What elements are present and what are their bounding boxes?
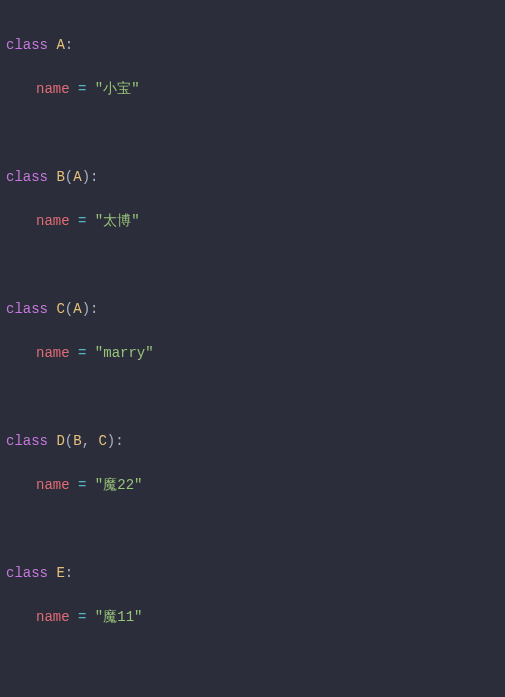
attribute-name: name [36,81,70,97]
paren-close: ) [107,433,115,449]
paren-open: ( [65,301,73,317]
assign-op: = [78,213,86,229]
paren-close: ) [82,301,90,317]
code-line: name = "魔11" [6,606,499,628]
blank-line [6,518,499,540]
paren-open: ( [65,169,73,185]
attribute-name: name [36,345,70,361]
code-line: class B(A): [6,166,499,188]
blank-line [6,650,499,672]
python-code-block: class A: name = "小宝" class B(A): name = … [6,12,499,697]
base-class: A [73,169,81,185]
code-line: class E: [6,562,499,584]
code-line: name = "太博" [6,210,499,232]
assign-op: = [78,609,86,625]
class-name: C [56,301,64,317]
colon: : [65,565,73,581]
blank-line [6,254,499,276]
code-line: class D(B, C): [6,430,499,452]
code-line: name = "小宝" [6,78,499,100]
code-line: name = "魔22" [6,474,499,496]
paren-open: ( [65,433,73,449]
attribute-name: name [36,477,70,493]
class-name: A [56,37,64,53]
colon: : [90,301,98,317]
class-name: D [56,433,64,449]
class-name: E [56,565,64,581]
paren-close: ) [82,169,90,185]
assign-op: = [78,81,86,97]
string-literal: "魔11" [95,609,143,625]
string-literal: "marry" [95,345,154,361]
colon: : [90,169,98,185]
base-class: B [73,433,81,449]
attribute-name: name [36,609,70,625]
class-name: B [56,169,64,185]
keyword-class: class [6,565,48,581]
colon: : [65,37,73,53]
keyword-class: class [6,301,48,317]
string-literal: "太博" [95,213,140,229]
blank-line [6,386,499,408]
comma: , [82,433,90,449]
colon: : [115,433,123,449]
assign-op: = [78,345,86,361]
code-line: class A: [6,34,499,56]
attribute-name: name [36,213,70,229]
assign-op: = [78,477,86,493]
code-line: name = "marry" [6,342,499,364]
keyword-class: class [6,433,48,449]
base-class: C [98,433,106,449]
blank-line [6,122,499,144]
keyword-class: class [6,37,48,53]
keyword-class: class [6,169,48,185]
code-line: class C(A): [6,298,499,320]
string-literal: "小宝" [95,81,140,97]
base-class: A [73,301,81,317]
string-literal: "魔22" [95,477,143,493]
